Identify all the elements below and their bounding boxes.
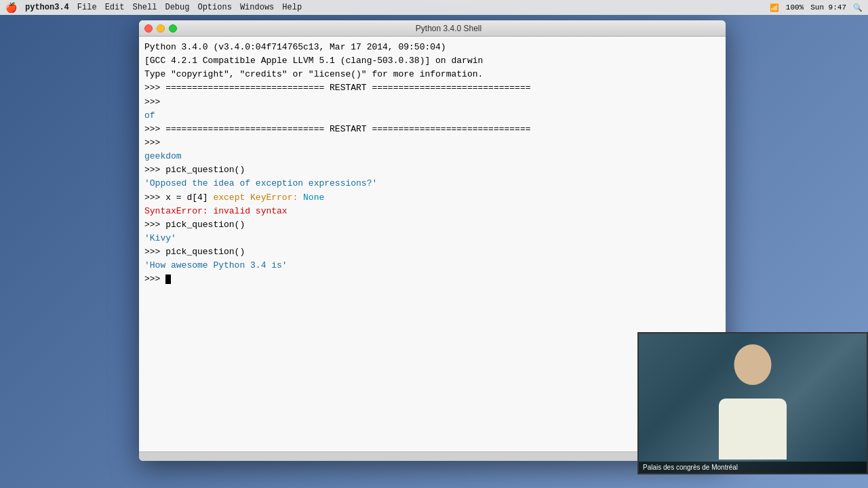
line-3: Type "copyright", "credits" or "license(… [144, 68, 720, 81]
menu-app-name[interactable]: python3.4 [25, 3, 69, 12]
video-head [734, 344, 772, 385]
line-geekdom: geekdom [144, 150, 720, 163]
line-of: of [144, 109, 720, 123]
line-kivy: 'Kivy' [144, 232, 720, 245]
video-overlay: Palais des congrès de Montréal [637, 332, 868, 474]
line-restart-2: >>> ============================== RESTA… [144, 123, 720, 136]
wifi-icon: 📶 [770, 3, 779, 12]
line-pick2: >>> pick_question() [144, 218, 720, 232]
titlebar: Python 3.4.0 Shell [139, 20, 726, 37]
menubar-right: 📶 100% Sun 9:47 🔍 [770, 3, 863, 12]
line-syntax-error: SyntaxError: invalid syntax [144, 205, 720, 218]
search-icon[interactable]: 🔍 [853, 3, 863, 12]
battery-level: 100% [786, 3, 804, 12]
line-1: Python 3.4.0 (v3.4.0:04f714765c13, Mar 1… [144, 41, 720, 54]
window-title: Python 3.4.0 Shell [177, 24, 720, 33]
apple-menu[interactable]: 🍎 [5, 2, 17, 14]
line-prompt-1: >>> [144, 96, 720, 109]
line-opposed: 'Opposed the idea of exception expressio… [144, 177, 720, 190]
video-person: Palais des congrès de Montréal [639, 333, 867, 473]
cursor [165, 274, 171, 284]
menu-windows[interactable]: Windows [240, 3, 274, 12]
video-shirt [719, 399, 787, 460]
desktop: 🍎 python3.4 File Edit Shell Debug Option… [0, 0, 868, 488]
menu-help[interactable]: Help [282, 3, 302, 12]
close-button[interactable] [144, 24, 153, 33]
clock: Sun 9:47 [810, 3, 846, 12]
minimize-button[interactable] [157, 24, 165, 33]
window-controls [144, 24, 177, 33]
menu-file[interactable]: File [77, 3, 97, 12]
menubar: 🍎 python3.4 File Edit Shell Debug Option… [0, 0, 868, 15]
line-2: [GCC 4.2.1 Compatible Apple LLVM 5.1 (cl… [144, 54, 720, 68]
line-pick1: >>> pick_question() [144, 163, 720, 177]
line-cursor-prompt: >>> [144, 272, 720, 286]
line-how-awesome: 'How awesome Python 3.4 is' [144, 259, 720, 272]
menu-edit[interactable]: Edit [105, 3, 125, 12]
line-restart-1: >>> ============================== RESTA… [144, 81, 720, 95]
maximize-button[interactable] [169, 24, 177, 33]
line-prompt-2: >>> [144, 136, 720, 150]
menu-options[interactable]: Options [197, 3, 231, 12]
line-pick3: >>> pick_question() [144, 245, 720, 259]
video-caption: Palais des congrès de Montréal [639, 462, 867, 473]
line-syntax-error-input: >>> x = d[4] except KeyError: None [144, 191, 720, 205]
menu-debug[interactable]: Debug [165, 3, 189, 12]
menu-shell[interactable]: Shell [132, 3, 157, 12]
